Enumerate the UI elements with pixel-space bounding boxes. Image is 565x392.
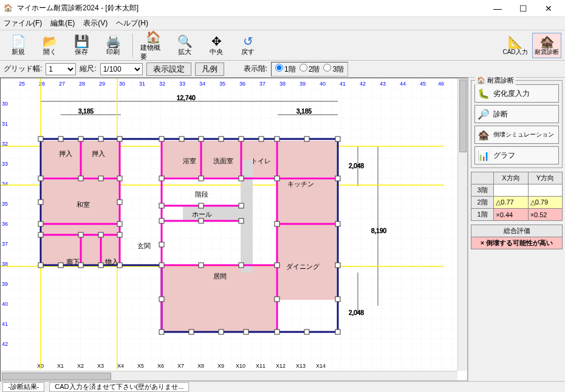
evaluation-table: X方向 Y方向 3階 2階 △0.77 △0.79 1階 ×0.44 ×0.52 bbox=[471, 172, 563, 221]
cad-tab[interactable]: 📐 CAD入力 bbox=[501, 33, 530, 58]
menu-file[interactable]: ファイル(F) bbox=[4, 18, 42, 29]
building-label: 建物概要 bbox=[140, 43, 166, 61]
svg-text:42: 42 bbox=[360, 81, 366, 87]
options-bar: グリッド幅: 1 縮尺: 1/100 表示設定 凡例 表示階: 1階 2階 3階 bbox=[0, 61, 565, 78]
svg-text:29: 29 bbox=[99, 81, 105, 87]
svg-text:40: 40 bbox=[2, 301, 8, 307]
svg-rect-105 bbox=[275, 137, 279, 141]
svg-text:居間: 居間 bbox=[213, 272, 227, 280]
svg-text:44: 44 bbox=[400, 81, 406, 87]
svg-text:45: 45 bbox=[420, 81, 426, 87]
floor2-radio[interactable]: 2階 bbox=[300, 64, 320, 75]
close-button[interactable]: ✕ bbox=[536, 1, 561, 16]
svg-rect-152 bbox=[78, 232, 83, 237]
svg-rect-121 bbox=[159, 176, 164, 181]
diagnose-button[interactable]: 🔎 診断 bbox=[474, 105, 559, 123]
ydir-header: Y方向 bbox=[528, 172, 562, 184]
horizontal-scrollbar[interactable] bbox=[1, 371, 457, 380]
zoom-button[interactable]: 🔍 拡大 bbox=[170, 32, 199, 58]
svg-rect-153 bbox=[98, 232, 103, 237]
svg-text:X13: X13 bbox=[296, 363, 306, 369]
svg-rect-127 bbox=[159, 329, 164, 334]
svg-text:41: 41 bbox=[2, 321, 8, 327]
svg-rect-118 bbox=[117, 200, 122, 204]
titlebar: 🏠 マイホーム耐震診断2024 - [鈴木太郎] ― ☐ ✕ bbox=[0, 0, 565, 17]
svg-text:浴室: 浴室 bbox=[183, 157, 196, 164]
building-button[interactable]: 🏠 建物概要 bbox=[139, 28, 168, 63]
svg-text:35: 35 bbox=[2, 201, 8, 207]
separator bbox=[132, 33, 134, 58]
svg-text:34: 34 bbox=[199, 81, 205, 87]
undo-button[interactable]: ↺ 戻す bbox=[233, 32, 262, 58]
svg-rect-103 bbox=[239, 137, 244, 141]
svg-rect-143 bbox=[239, 176, 244, 181]
svg-text:X4: X4 bbox=[117, 363, 124, 369]
grid-width-select[interactable]: 1 bbox=[46, 63, 76, 75]
svg-rect-120 bbox=[117, 232, 122, 237]
status-bar: -診断結果- CAD入力を済ませて下さい(壁がありませ... bbox=[0, 381, 565, 392]
svg-rect-73 bbox=[277, 178, 337, 300]
svg-rect-146 bbox=[239, 203, 244, 208]
legend-button[interactable]: 凡例 bbox=[195, 63, 224, 76]
svg-rect-149 bbox=[239, 263, 244, 268]
svg-text:41: 41 bbox=[340, 81, 346, 87]
svg-rect-148 bbox=[199, 263, 204, 268]
save-button[interactable]: 💾 保存 bbox=[67, 32, 96, 58]
svg-rect-139 bbox=[275, 221, 279, 226]
svg-text:39: 39 bbox=[2, 281, 8, 287]
svg-text:3,185: 3,185 bbox=[296, 108, 312, 115]
cad-icon: 📐 bbox=[508, 35, 523, 48]
cad-tab-label: CAD入力 bbox=[502, 48, 527, 56]
svg-rect-119 bbox=[117, 221, 122, 226]
quake-tab[interactable]: 🏚️ 耐震診断 bbox=[532, 33, 561, 58]
svg-text:30: 30 bbox=[119, 81, 125, 87]
svg-rect-151 bbox=[98, 176, 103, 181]
svg-text:X1: X1 bbox=[57, 363, 64, 369]
svg-text:X2: X2 bbox=[77, 363, 84, 369]
overall-value: × 倒壊する可能性が高い bbox=[471, 237, 563, 249]
floor1-radio[interactable]: 1階 bbox=[275, 64, 296, 75]
graph-button[interactable]: 📊 グラフ bbox=[474, 146, 559, 164]
side-panel: 🏠 耐震診断 🐛 劣化度入力 🔎 診断 🏚️ 倒壊シミュレーション 📊 グラフ bbox=[468, 78, 565, 381]
collapse-sim-button[interactable]: 🏚️ 倒壊シミュレーション bbox=[474, 126, 559, 144]
svg-rect-98 bbox=[117, 137, 122, 141]
svg-text:12,740: 12,740 bbox=[177, 95, 196, 101]
drawing-canvas[interactable]: 252627 282930 313233 343536 373839 40414… bbox=[0, 78, 468, 381]
print-icon: 🖨️ bbox=[106, 34, 121, 47]
minimize-button[interactable]: ― bbox=[485, 1, 510, 16]
save-icon: 💾 bbox=[74, 34, 89, 47]
svg-text:31: 31 bbox=[2, 121, 8, 127]
menu-edit[interactable]: 編集(E) bbox=[50, 18, 75, 29]
vertical-scrollbar[interactable] bbox=[457, 78, 467, 371]
center-button[interactable]: ✥ 中央 bbox=[202, 32, 231, 58]
open-button[interactable]: 📂 開く bbox=[35, 32, 64, 58]
svg-text:40: 40 bbox=[320, 81, 326, 87]
chart-icon: 📊 bbox=[478, 150, 490, 161]
svg-rect-112 bbox=[38, 263, 43, 268]
svg-text:31: 31 bbox=[139, 81, 145, 87]
menu-view[interactable]: 表示(V) bbox=[83, 18, 108, 29]
collapse-icon: 🏚️ bbox=[478, 129, 490, 141]
svg-rect-125 bbox=[159, 263, 164, 268]
svg-text:X10: X10 bbox=[236, 363, 245, 369]
degrade-input-button[interactable]: 🐛 劣化度入力 bbox=[474, 84, 559, 103]
toolbar: 📄 新規 📂 開く 💾 保存 🖨️ 印刷 🏠 建物概要 🔍 拡大 ✥ 中央 ↺ … bbox=[0, 30, 565, 61]
house-small-icon: 🏠 bbox=[477, 76, 485, 84]
svg-rect-110 bbox=[38, 221, 43, 226]
floor3-radio[interactable]: 3階 bbox=[323, 64, 344, 75]
status-tab[interactable]: -診断結果- bbox=[2, 382, 44, 392]
svg-text:30: 30 bbox=[2, 101, 8, 107]
scale-select[interactable]: 1/100 bbox=[100, 63, 143, 75]
svg-text:8,190: 8,190 bbox=[371, 228, 386, 234]
display-settings-button[interactable]: 表示設定 bbox=[146, 63, 191, 76]
new-button[interactable]: 📄 新規 bbox=[4, 32, 33, 58]
maximize-button[interactable]: ☐ bbox=[510, 1, 536, 16]
menu-help[interactable]: ヘルプ(H) bbox=[116, 18, 148, 29]
zoom-label: 拡大 bbox=[178, 47, 191, 56]
svg-text:押入: 押入 bbox=[92, 150, 105, 157]
print-button[interactable]: 🖨️ 印刷 bbox=[98, 32, 128, 58]
svg-text:X9: X9 bbox=[217, 363, 224, 369]
svg-text:X6: X6 bbox=[157, 363, 164, 369]
group-legend: 🏠 耐震診断 bbox=[475, 76, 516, 85]
svg-rect-107 bbox=[335, 137, 340, 141]
